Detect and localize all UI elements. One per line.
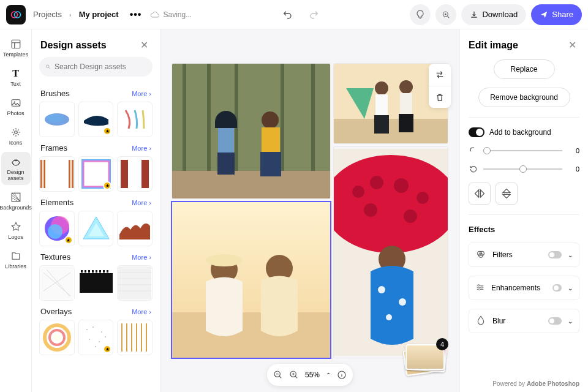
enhancements-row[interactable]: Enhancements ⌄	[469, 276, 579, 300]
corner-radius-value: 0	[567, 147, 579, 154]
asset-thumb[interactable]: ★	[78, 102, 114, 137]
svg-rect-26	[81, 270, 83, 273]
asset-thumb[interactable]	[39, 265, 75, 301]
enhancements-toggle[interactable]	[552, 284, 562, 292]
collage-photo[interactable]	[334, 147, 448, 358]
svg-point-37	[53, 334, 61, 341]
asset-thumb[interactable]	[78, 211, 114, 246]
more-link[interactable]: More ›	[132, 90, 151, 97]
svg-point-72	[417, 192, 429, 204]
rail-logos[interactable]: Logos	[1, 217, 31, 244]
blur-row[interactable]: Blur ⌄	[469, 309, 579, 333]
corner-radius-slider[interactable]	[483, 150, 562, 151]
swap-button[interactable]	[429, 64, 451, 86]
svg-point-40	[101, 331, 102, 333]
send-icon	[540, 10, 548, 19]
filters-row[interactable]: Filters ⌄	[469, 243, 579, 267]
rail-backgrounds[interactable]: Backgrounds	[1, 187, 31, 214]
logos-icon	[10, 221, 22, 233]
search-icon	[45, 62, 51, 71]
rail-text[interactable]: TText	[1, 64, 31, 91]
more-link[interactable]: More ›	[132, 308, 151, 315]
asset-thumb[interactable]	[117, 102, 153, 137]
premium-badge-icon: ★	[64, 236, 73, 244]
asset-thumb[interactable]: ★	[78, 156, 114, 192]
svg-rect-30	[96, 270, 97, 273]
canvas-tools	[429, 64, 451, 108]
info-button[interactable]	[337, 370, 347, 380]
close-edit-button[interactable]: ✕	[568, 39, 579, 51]
search-input[interactable]	[55, 62, 146, 71]
asset-thumb[interactable]: ★	[39, 211, 75, 246]
share-button[interactable]: Share	[531, 4, 582, 25]
collage[interactable]	[172, 64, 448, 358]
svg-rect-28	[88, 270, 90, 273]
rail-design-assets[interactable]: Design assets	[1, 152, 31, 185]
zoom-menu-button[interactable]: ⌃	[326, 372, 331, 379]
backgrounds-icon	[10, 191, 22, 203]
download-button[interactable]: Download	[461, 4, 526, 25]
more-link[interactable]: More ›	[132, 145, 151, 152]
asset-thumb[interactable]	[117, 156, 153, 192]
svg-rect-33	[107, 270, 108, 273]
undo-button[interactable]	[277, 5, 297, 24]
templates-icon	[10, 38, 22, 50]
preview-button[interactable]	[435, 4, 456, 25]
redo-button[interactable]	[304, 5, 324, 24]
layer-stack[interactable]: 4	[403, 344, 446, 375]
hint-button[interactable]	[410, 4, 431, 25]
collage-photo-selected[interactable]	[172, 202, 330, 358]
filters-toggle[interactable]	[548, 251, 562, 258]
category-label: Textures	[40, 252, 70, 262]
rail-icons[interactable]: Icons	[1, 123, 31, 149]
layer-count-badge: 4	[436, 338, 448, 350]
close-panel-button[interactable]: ✕	[140, 39, 151, 51]
asset-thumb[interactable]	[117, 265, 153, 301]
app-logo[interactable]	[6, 5, 26, 24]
asset-thumb[interactable]	[117, 320, 153, 355]
svg-rect-12	[43, 160, 71, 188]
svg-rect-54	[218, 128, 234, 153]
zoom-in-button[interactable]	[289, 370, 299, 380]
add-to-background-toggle[interactable]	[469, 127, 484, 137]
zoom-out-button[interactable]	[273, 370, 283, 380]
remove-background-button[interactable]: Remove background	[478, 88, 570, 107]
canvas-area[interactable]: 4 55% ⌃	[160, 29, 459, 392]
filters-icon	[475, 249, 486, 261]
asset-thumb[interactable]	[39, 102, 75, 137]
more-link[interactable]: More ›	[132, 254, 151, 261]
text-icon: T	[10, 67, 22, 80]
blur-toggle[interactable]	[548, 317, 562, 325]
rotate-icon	[469, 164, 478, 174]
svg-rect-32	[103, 270, 105, 273]
asset-thumb[interactable]	[39, 320, 75, 355]
replace-button[interactable]: Replace	[494, 59, 555, 79]
asset-thumb[interactable]	[117, 211, 153, 246]
asset-thumb[interactable]	[78, 265, 114, 301]
svg-rect-34	[118, 266, 151, 300]
svg-rect-66	[399, 114, 413, 132]
rotate-slider[interactable]	[483, 168, 562, 170]
left-rail: Templates TText Photos Icons Design asse…	[0, 29, 32, 392]
breadcrumb-current[interactable]: My project	[77, 10, 121, 19]
rail-templates[interactable]: Templates	[1, 34, 31, 61]
more-menu[interactable]: •••	[126, 9, 146, 20]
rail-libraries[interactable]: Libraries	[1, 246, 31, 273]
asset-thumb[interactable]: ★	[78, 320, 114, 355]
breadcrumb-root[interactable]: Projects	[31, 10, 64, 19]
libraries-icon	[10, 250, 22, 262]
rail-photos[interactable]: Photos	[1, 93, 31, 120]
category-label: Overlays	[40, 307, 72, 316]
flip-horizontal-button[interactable]	[469, 183, 491, 205]
collage-photo[interactable]	[172, 64, 330, 198]
zoom-value: 55%	[305, 371, 320, 379]
topbar: Projects › My project ••• Saving... Down…	[0, 0, 588, 29]
svg-rect-62	[375, 94, 388, 115]
delete-button[interactable]	[429, 86, 451, 108]
search-box[interactable]	[39, 57, 153, 77]
svg-point-56	[262, 111, 279, 129]
flip-vertical-button[interactable]	[496, 183, 518, 205]
more-link[interactable]: More ›	[132, 199, 151, 206]
svg-point-71	[394, 178, 409, 193]
asset-thumb[interactable]	[39, 156, 75, 192]
